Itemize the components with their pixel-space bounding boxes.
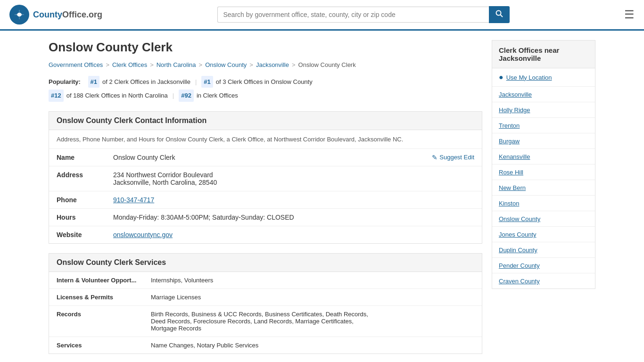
sidebar-link-trenton[interactable]: Trenton: [499, 122, 520, 129]
hours-value: Monday-Friday: 8:30AM-5:00PM; Saturday-S…: [113, 214, 474, 221]
logo-area: CountyOffice.org: [9, 5, 102, 25]
breadcrumb: Government Offices > Clerk Offices > Nor…: [49, 61, 482, 68]
service-records-value: Birth Records, Business & UCC Records, B…: [151, 311, 474, 332]
sidebar-link-burgaw[interactable]: Burgaw: [499, 138, 520, 145]
service-row-services: Services Name Changes, Notary Public Ser…: [49, 337, 482, 354]
rank2-text: of 3 Clerk Offices in Onslow County: [216, 76, 313, 87]
logo-icon: [9, 5, 29, 25]
sidebar-item-rose-hill: Rose Hill: [492, 165, 595, 180]
address-line1: 234 Northwest Corridor Boulevard: [113, 171, 474, 179]
service-services-label: Services: [57, 342, 151, 349]
name-label: Name: [57, 154, 113, 161]
sidebar-link-onslow-county[interactable]: Onslow County: [499, 215, 540, 222]
sidebar-link-holly-ridge[interactable]: Holly Ridge: [499, 107, 530, 114]
sidebar-link-kenansville[interactable]: Kenansville: [499, 153, 530, 160]
use-my-location-link[interactable]: Use My Location: [506, 74, 552, 81]
main-container: Onslow County Clerk Government Offices >…: [39, 31, 605, 362]
breadcrumb-sep-3: >: [199, 61, 203, 68]
suggest-edit-icon: ✎: [432, 154, 438, 161]
sidebar-item-burgaw: Burgaw: [492, 133, 595, 149]
location-pin-icon: ●: [499, 73, 504, 82]
sidebar-item-jacksonville: Jacksonville: [492, 87, 595, 102]
breadcrumb-clerk-offices[interactable]: Clerk Offices: [112, 61, 147, 68]
breadcrumb-sep-4: >: [249, 61, 253, 68]
contact-section-header: Onslow County Clerk Contact Information: [49, 111, 482, 130]
sidebar-link-kinston[interactable]: Kinston: [499, 200, 519, 207]
contact-hours-row: Hours Monday-Friday: 8:30AM-5:00PM; Satu…: [49, 209, 482, 226]
contact-name-row: Name Onslow County Clerk ✎ Suggest Edit: [49, 149, 482, 166]
sidebar-link-new-bern[interactable]: New Bern: [499, 184, 526, 191]
sidebar-item-kinston: Kinston: [492, 196, 595, 211]
logo-text: CountyOffice.org: [33, 10, 102, 20]
hours-label: Hours: [57, 214, 113, 221]
service-licenses-label: Licenses & Permits: [57, 294, 151, 301]
rank3-text: of 188 Clerk Offices in North Carolina: [66, 90, 168, 101]
rank2-badge: #1: [201, 76, 213, 88]
breadcrumb-jacksonville[interactable]: Jacksonville: [256, 61, 289, 68]
service-services-value: Name Changes, Notary Public Services: [151, 342, 474, 349]
breadcrumb-sep-1: >: [106, 61, 109, 68]
service-intern-label: Intern & Volunteer Opport...: [57, 277, 151, 284]
breadcrumb-north-carolina[interactable]: North Carolina: [157, 61, 196, 68]
site-header: CountyOffice.org ☰: [0, 0, 644, 31]
svg-point-2: [496, 11, 501, 16]
sidebar-item-kenansville: Kenansville: [492, 149, 595, 165]
service-records-label: Records: [57, 311, 151, 318]
sidebar-link-pender-county[interactable]: Pender County: [499, 262, 540, 269]
sidebar: Clerk Offices near Jacksonville ● Use My…: [492, 40, 595, 354]
breadcrumb-onslow-county[interactable]: Onslow County: [205, 61, 247, 68]
search-input[interactable]: [217, 7, 489, 23]
sidebar-link-duplin-county[interactable]: Duplin County: [499, 247, 537, 254]
breadcrumb-government-offices[interactable]: Government Offices: [49, 61, 103, 68]
rank3-badge: #12: [49, 90, 64, 101]
service-row-records: Records Birth Records, Business & UCC Re…: [49, 306, 482, 337]
search-button[interactable]: [489, 6, 510, 23]
phone-link[interactable]: 910-347-4717: [113, 196, 154, 204]
sidebar-item-pender-county: Pender County: [492, 258, 595, 273]
breadcrumb-sep-5: >: [292, 61, 296, 68]
popularity-row-2: #12 of 188 Clerk Offices in North Caroli…: [49, 90, 482, 101]
website-label: Website: [57, 231, 113, 239]
service-row-intern: Intern & Volunteer Opport... Internships…: [49, 272, 482, 289]
services-section-header: Onslow County Clerk Services: [49, 253, 482, 272]
service-row-licenses: Licenses & Permits Marriage Licenses: [49, 289, 482, 306]
sidebar-link-rose-hill[interactable]: Rose Hill: [499, 169, 523, 176]
sidebar-link-craven-county[interactable]: Craven County: [499, 278, 540, 285]
sidebar-content: ● Use My Location Jacksonville Holly Rid…: [492, 68, 595, 289]
sidebar-item-holly-ridge: Holly Ridge: [492, 102, 595, 118]
phone-label: Phone: [57, 196, 113, 204]
sidebar-item-new-bern: New Bern: [492, 180, 595, 196]
phone-value: 910-347-4717: [113, 196, 474, 204]
menu-button[interactable]: ☰: [624, 8, 635, 21]
suggest-edit-button[interactable]: ✎ Suggest Edit: [432, 154, 474, 161]
contact-website-row: Website onslowcountync.gov: [49, 226, 482, 243]
sidebar-link-jacksonville[interactable]: Jacksonville: [499, 91, 532, 98]
sidebar-header: Clerk Offices near Jacksonville: [492, 40, 595, 68]
search-area: [217, 6, 510, 23]
rank1-text: of 2 Clerk Offices in Jacksonville: [102, 76, 190, 87]
popularity-section: Popularity: #1 of 2 Clerk Offices in Jac…: [49, 76, 482, 102]
name-value: Onslow County Clerk: [113, 154, 432, 161]
website-link[interactable]: onslowcountync.gov: [113, 231, 173, 239]
breadcrumb-sep-2: >: [150, 61, 154, 68]
contact-address-row: Address 234 Northwest Corridor Boulevard…: [49, 166, 482, 191]
sidebar-item-onslow-county: Onslow County: [492, 211, 595, 227]
address-value: 234 Northwest Corridor Boulevard Jackson…: [113, 171, 474, 186]
sidebar-item-craven-county: Craven County: [492, 273, 595, 288]
address-label: Address: [57, 171, 113, 179]
contact-section-wrapper: Onslow County Clerk Contact Information …: [49, 111, 482, 244]
content-area: Onslow County Clerk Government Offices >…: [49, 40, 482, 354]
service-intern-value: Internships, Volunteers: [151, 277, 474, 284]
website-value: onslowcountync.gov: [113, 231, 474, 239]
rank4-text: in Clerk Offices: [197, 90, 238, 101]
popularity-row-1: Popularity: #1 of 2 Clerk Offices in Jac…: [49, 76, 482, 88]
address-line2: Jacksonville, North Carolina, 28540: [113, 179, 474, 186]
service-licenses-value: Marriage Licenses: [151, 294, 474, 301]
contact-description: Address, Phone Number, and Hours for Ons…: [49, 130, 482, 149]
contact-phone-row: Phone 910-347-4717: [49, 191, 482, 209]
sidebar-item-jones-county: Jones County: [492, 227, 595, 242]
sidebar-link-jones-county[interactable]: Jones County: [499, 231, 537, 238]
rank4-badge: #92: [179, 90, 194, 101]
contact-section: Address, Phone Number, and Hours for Ons…: [49, 130, 482, 244]
breadcrumb-current: Onslow County Clerk: [298, 61, 356, 68]
